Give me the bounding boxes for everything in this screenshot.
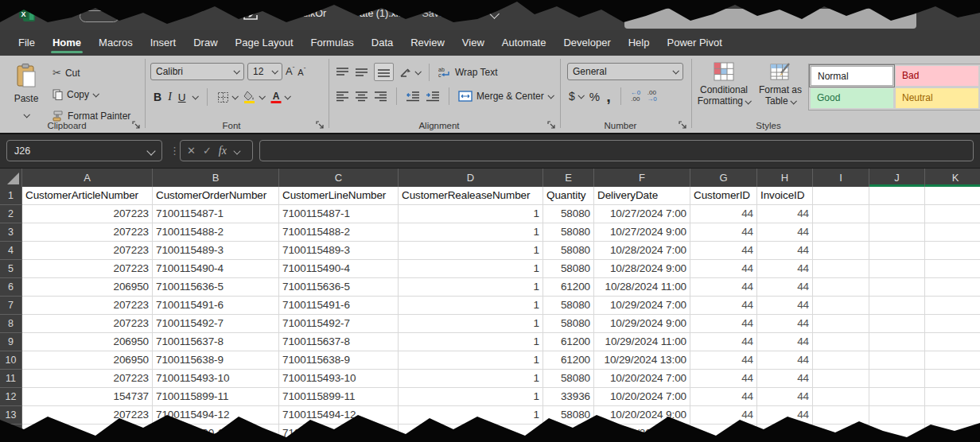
underline-button[interactable]: U xyxy=(178,91,186,103)
cell-E2[interactable]: 58080 xyxy=(543,205,594,223)
cell-G14[interactable]: 44 xyxy=(690,425,757,442)
cell-G13[interactable]: 44 xyxy=(690,406,757,425)
borders-button[interactable] xyxy=(217,91,229,103)
cell-D14[interactable]: 1 xyxy=(399,425,543,442)
cell-I6[interactable] xyxy=(813,278,869,297)
cell-J1[interactable] xyxy=(869,187,925,205)
cell-D3[interactable]: 1 xyxy=(399,223,543,242)
conditional-formatting-button[interactable]: Conditional Formatting xyxy=(697,62,751,107)
column-header-A[interactable]: A xyxy=(22,169,153,187)
cell-E10[interactable]: 61200 xyxy=(543,351,594,370)
formula-input[interactable] xyxy=(259,140,974,161)
font-name-combo[interactable]: Calibri xyxy=(150,63,244,80)
cell-F1[interactable]: DeliveryDate xyxy=(594,187,690,205)
cell-A8[interactable]: 207223 xyxy=(22,315,153,333)
tab-draw[interactable]: Draw xyxy=(185,30,226,56)
cell-A12[interactable]: 154737 xyxy=(22,388,153,406)
cell-A14[interactable]: 154737 xyxy=(22,425,153,442)
tab-insert[interactable]: Insert xyxy=(142,30,185,56)
cell-C6[interactable]: 7100115636-5 xyxy=(279,278,399,297)
cell-F2[interactable]: 10/27/2024 7:00 xyxy=(594,205,690,223)
alignment-dialog-launcher[interactable] xyxy=(547,121,556,130)
cell-F9[interactable]: 10/29/2024 11:00 xyxy=(594,333,690,351)
tab-page-layout[interactable]: Page Layout xyxy=(227,30,302,56)
cell-G11[interactable]: 44 xyxy=(690,370,757,388)
row-header-12[interactable]: 12 xyxy=(0,388,22,406)
cell-J3[interactable] xyxy=(869,223,925,242)
cell-I3[interactable] xyxy=(813,223,869,242)
cell-E12[interactable]: 33936 xyxy=(543,388,594,406)
cell-E9[interactable]: 61200 xyxy=(543,333,594,351)
cell-C9[interactable]: 7100115637-8 xyxy=(279,333,399,351)
cell-K14[interactable] xyxy=(925,425,980,442)
cell-C11[interactable]: 7100115493-10 xyxy=(279,370,399,388)
percent-format-button[interactable]: % xyxy=(589,90,600,103)
cell-J2[interactable] xyxy=(869,205,925,223)
cell-I13[interactable] xyxy=(813,406,869,425)
column-header-H[interactable]: H xyxy=(757,169,813,187)
cell-G5[interactable]: 44 xyxy=(690,260,757,278)
column-header-E[interactable]: E xyxy=(543,169,594,187)
cell-J7[interactable] xyxy=(869,297,925,315)
row-header-14[interactable]: 14 xyxy=(0,425,22,442)
cell-B5[interactable]: 7100115490-4 xyxy=(153,260,279,278)
cell-A4[interactable]: 207223 xyxy=(22,242,153,260)
cell-D12[interactable]: 1 xyxy=(399,388,543,406)
cell-H5[interactable]: 44 xyxy=(757,260,813,278)
cell-C8[interactable]: 7100115492-7 xyxy=(279,315,399,333)
column-header-B[interactable]: B xyxy=(153,169,279,187)
cell-H1[interactable]: InvoiceID xyxy=(757,187,813,205)
wrap-text-button[interactable]: ab c Wrap Text xyxy=(438,64,498,80)
cell-K13[interactable] xyxy=(925,406,980,425)
cell-K3[interactable] xyxy=(925,223,980,242)
cell-B8[interactable]: 7100115492-7 xyxy=(153,315,279,333)
cell-J6[interactable] xyxy=(869,278,925,297)
cell-F6[interactable]: 10/28/2024 11:00 xyxy=(594,278,690,297)
cell-J8[interactable] xyxy=(869,315,925,333)
row-header-2[interactable]: 2 xyxy=(0,205,22,223)
row-header-3[interactable]: 3 xyxy=(0,223,22,242)
cell-H10[interactable]: 44 xyxy=(757,351,813,370)
cell-C5[interactable]: 7100115490-4 xyxy=(279,260,399,278)
cell-B12[interactable]: 7100115899-11 xyxy=(153,388,279,406)
middle-align-button[interactable] xyxy=(355,67,368,78)
cell-C2[interactable]: 7100115487-1 xyxy=(279,205,399,223)
cell-F13[interactable]: 10/20/2024 9:00 xyxy=(594,406,690,425)
cell-I10[interactable] xyxy=(813,351,869,370)
cell-B3[interactable]: 7100115488-2 xyxy=(153,223,279,242)
insert-function-button[interactable]: fx xyxy=(219,145,227,157)
cell-H8[interactable]: 44 xyxy=(757,315,813,333)
decrease-font-size-button[interactable]: Aˇ xyxy=(298,66,305,77)
cell-D4[interactable]: 1 xyxy=(399,242,543,260)
column-header-C[interactable]: C xyxy=(279,169,399,187)
cell-G1[interactable]: CustomerID xyxy=(690,187,757,205)
cell-K11[interactable] xyxy=(925,370,980,388)
row-header-8[interactable]: 8 xyxy=(0,315,22,333)
top-align-button[interactable] xyxy=(336,67,349,78)
increase-font-size-button[interactable]: Aˆ xyxy=(286,65,294,77)
cell-H13[interactable]: 44 xyxy=(757,406,813,425)
tab-data[interactable]: Data xyxy=(363,30,402,56)
align-left-button[interactable] xyxy=(336,91,349,102)
cell-K12[interactable] xyxy=(925,388,980,406)
cell-A10[interactable]: 206950 xyxy=(22,351,153,370)
cell-J11[interactable] xyxy=(869,370,925,388)
cell-B13[interactable]: 7100115494-12 xyxy=(153,406,279,425)
cell-B11[interactable]: 7100115493-10 xyxy=(153,370,279,388)
cell-style-good[interactable]: Good xyxy=(811,88,893,108)
cell-C3[interactable]: 7100115488-2 xyxy=(279,223,399,242)
number-dialog-launcher[interactable] xyxy=(679,121,687,130)
cell-A1[interactable]: CustomerArticleNumber xyxy=(22,187,153,205)
cell-G6[interactable]: 44 xyxy=(690,278,757,297)
cell-D8[interactable]: 1 xyxy=(399,315,543,333)
column-header-F[interactable]: F xyxy=(594,169,690,187)
cell-A3[interactable]: 207223 xyxy=(22,223,153,242)
cell-D9[interactable]: 1 xyxy=(399,333,543,351)
name-box[interactable]: J26 xyxy=(6,140,162,161)
cell-H12[interactable]: 44 xyxy=(757,388,813,406)
decrease-decimal-button[interactable]: .00 →0 xyxy=(647,90,656,103)
cell-I14[interactable] xyxy=(813,425,869,442)
cell-D13[interactable]: 1 xyxy=(399,406,543,425)
autosave-toggle[interactable] xyxy=(80,10,119,22)
bold-button[interactable]: B xyxy=(154,91,161,103)
